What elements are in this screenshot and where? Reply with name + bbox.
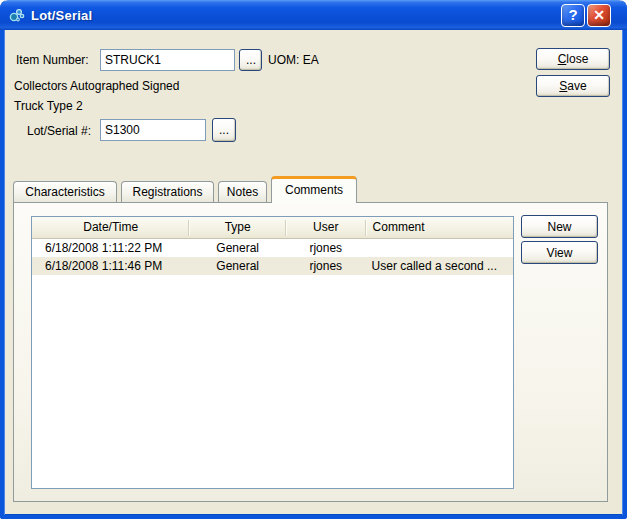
lot-serial-app-icon <box>8 6 26 24</box>
comments-table-header: Date/Time Type User Comment <box>32 217 513 239</box>
cell-datetime: 6/18/2008 1:11:46 PM <box>32 257 189 275</box>
lot-serial-field[interactable] <box>100 119 206 141</box>
item-description-line1: Collectors Autographed Signed <box>14 79 179 93</box>
comments-tab-panel: Date/Time Type User Comment 6/18/2008 1:… <box>13 202 608 502</box>
lot-serial-browse-button[interactable]: ... <box>212 118 236 142</box>
titlebar: Lot/Serial ? ✕ <box>0 0 627 30</box>
item-number-browse-button[interactable]: ... <box>239 49 262 71</box>
cell-datetime: 6/18/2008 1:11:22 PM <box>32 239 189 257</box>
lot-serial-label: Lot/Serial #: <box>27 124 91 138</box>
cell-type: General <box>189 239 286 257</box>
comments-table: Date/Time Type User Comment 6/18/2008 1:… <box>31 216 514 489</box>
cell-user: rjones <box>286 239 366 257</box>
cell-comment: User called a second ... <box>366 257 513 275</box>
column-header-type[interactable]: Type <box>189 217 286 239</box>
table-row[interactable]: 6/18/2008 1:11:46 PM General rjones User… <box>32 257 513 275</box>
tab-notes[interactable]: Notes <box>218 181 267 202</box>
table-row[interactable]: 6/18/2008 1:11:22 PM General rjones <box>32 239 513 257</box>
item-number-label: Item Number: <box>16 53 89 67</box>
item-description-line2: Truck Type 2 <box>14 99 83 113</box>
close-icon[interactable]: ✕ <box>587 4 611 27</box>
column-header-comment[interactable]: Comment <box>366 217 513 239</box>
tab-registrations[interactable]: Registrations <box>121 181 214 202</box>
column-header-user[interactable]: User <box>286 217 366 239</box>
save-button[interactable]: Save <box>536 75 610 97</box>
tab-characteristics[interactable]: Characteristics <box>13 181 117 202</box>
view-button[interactable]: View <box>521 241 598 264</box>
cell-comment <box>366 239 513 257</box>
cell-user: rjones <box>286 257 366 275</box>
item-number-field[interactable] <box>100 49 235 71</box>
window-title: Lot/Serial <box>31 8 92 23</box>
cell-type: General <box>189 257 286 275</box>
tab-comments[interactable]: Comments <box>271 176 357 203</box>
uom-value: UOM: EA <box>268 53 319 67</box>
help-icon[interactable]: ? <box>561 4 585 27</box>
lot-serial-dialog: Lot/Serial ? ✕ Item Number: ... UOM: EA … <box>0 0 627 519</box>
new-button[interactable]: New <box>521 215 598 238</box>
column-header-datetime[interactable]: Date/Time <box>32 217 189 239</box>
close-button[interactable]: Close <box>536 48 610 70</box>
